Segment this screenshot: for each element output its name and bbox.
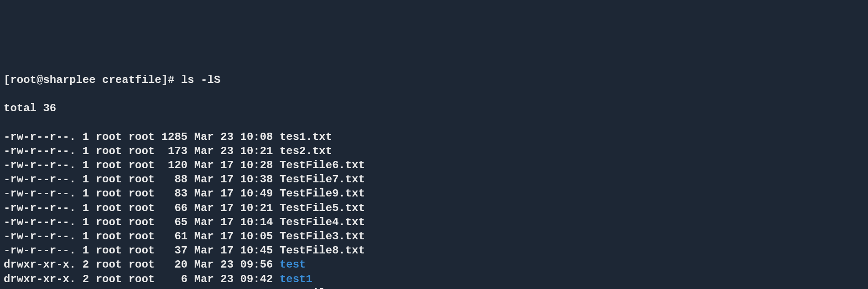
file-entry-meta: -rw-r--r--. 1 root root 173 Mar 23 10:21	[4, 145, 280, 157]
file-entry-row: -rw-r--r--. 1 root root 66 Mar 17 10:21 …	[4, 201, 864, 215]
file-entry-meta: -rw-r--r--. 1 root root 88 Mar 17 10:38	[4, 173, 280, 186]
file-name: tes1.txt	[280, 131, 332, 143]
file-entry-meta: drwxr-xr-x. 2 root root 20 Mar 23 09:56	[4, 258, 280, 271]
file-name: TestFile5.txt	[280, 202, 365, 214]
file-entry-row: -rw-r--r--. 1 root root 83 Mar 17 10:49 …	[4, 186, 864, 201]
file-entry-meta: -rw-r--r--. 1 root root 61 Mar 17 10:05	[4, 230, 280, 243]
file-entry-row: -rw-r--r--. 1 root root 120 Mar 17 10:28…	[4, 158, 864, 172]
file-entry-meta: -rw-r--r--. 1 root root 1285 Mar 23 10:0…	[4, 131, 280, 143]
file-listing: -rw-r--r--. 1 root root 1285 Mar 23 10:0…	[4, 130, 864, 289]
file-entry-row: drwxr-xr-x. 2 root root 20 Mar 23 09:56 …	[4, 258, 864, 272]
total-line: total 36	[4, 101, 864, 115]
file-name: TestFile9.txt	[280, 187, 365, 200]
file-name: TestFile8.txt	[280, 244, 365, 257]
file-entry-meta: -rw-r--r--. 1 root root 0 Mar 17 10:53	[4, 287, 280, 289]
file-entry-row: -rw-r--r--. 1 root root 173 Mar 23 10:21…	[4, 144, 864, 158]
file-entry-meta: drwxr-xr-x. 2 root root 6 Mar 23 09:42	[4, 273, 280, 285]
prompt-line: [root@sharplee creatfile]# ls -lS	[4, 73, 864, 87]
file-entry-row: -rw-r--r--. 1 root root 61 Mar 17 10:05 …	[4, 229, 864, 243]
file-name: TestFile7.txt	[280, 173, 365, 186]
file-entry-row: -rw-r--r--. 1 root root 88 Mar 17 10:38 …	[4, 172, 864, 186]
file-entry-row: -rw-r--r--. 1 root root 0 Mar 17 10:53 T…	[4, 286, 864, 289]
file-entry-row: -rw-r--r--. 1 root root 1285 Mar 23 10:0…	[4, 130, 864, 144]
file-entry-row: -rw-r--r--. 1 root root 37 Mar 17 10:45 …	[4, 243, 864, 258]
file-entry-meta: -rw-r--r--. 1 root root 66 Mar 17 10:21	[4, 202, 280, 214]
directory-name: test1	[280, 273, 312, 285]
file-entry-row: drwxr-xr-x. 2 root root 6 Mar 23 09:42 t…	[4, 272, 864, 286]
file-entry-meta: -rw-r--r--. 1 root root 83 Mar 17 10:49	[4, 187, 280, 200]
file-entry-row: -rw-r--r--. 1 root root 65 Mar 17 10:14 …	[4, 215, 864, 229]
file-name: TestFile6.txt	[280, 159, 365, 171]
directory-name: test	[280, 258, 306, 271]
shell-prompt: [root@sharplee creatfile]#	[4, 74, 181, 86]
file-entry-meta: -rw-r--r--. 1 root root 120 Mar 17 10:28	[4, 159, 280, 171]
terminal-output[interactable]: [root@sharplee creatfile]# ls -lS total …	[4, 59, 864, 289]
file-name: TestFile3.txt	[280, 230, 365, 243]
file-entry-meta: -rw-r--r--. 1 root root 65 Mar 17 10:14	[4, 216, 280, 228]
file-name: TestFile4.txt	[280, 216, 365, 228]
file-entry-meta: -rw-r--r--. 1 root root 37 Mar 17 10:45	[4, 244, 280, 257]
file-name: TestFile10.txt	[280, 287, 372, 289]
command-text: ls -lS	[181, 74, 220, 86]
file-name: tes2.txt	[280, 145, 332, 157]
